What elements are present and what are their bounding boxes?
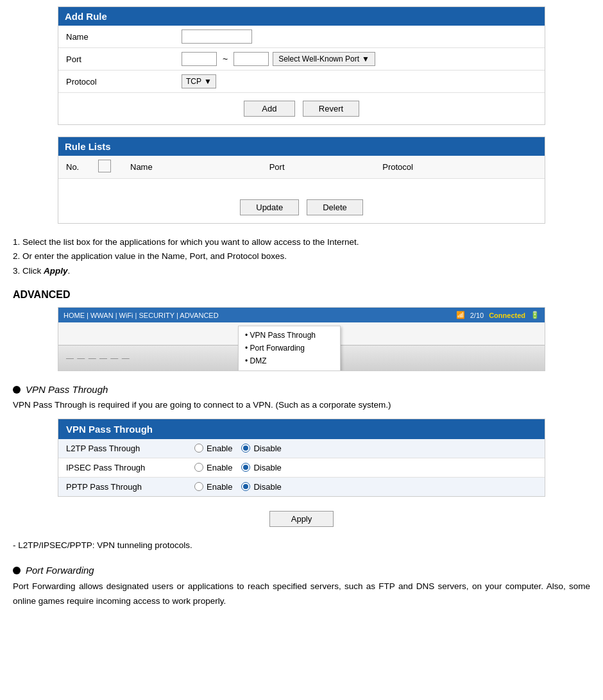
add-rule-section: Add Rule Name Port ~ Select Well-Known P… xyxy=(58,6,545,125)
dropdown-vpn[interactable]: • VPN Pass Through xyxy=(239,329,340,342)
protocol-arrow-icon: ▼ xyxy=(204,77,212,86)
nav-bar-right: 📶 2/10 Connected 🔋 xyxy=(456,311,539,319)
port-from-input[interactable] xyxy=(182,52,217,66)
pf-bullet-label: Port Forwarding xyxy=(26,565,94,576)
vpn-table: VPN Pass Through L2TP Pass Through Enabl… xyxy=(58,419,545,497)
col-protocol: Protocol xyxy=(375,156,545,179)
step3-prefix: 3. Click xyxy=(13,266,44,276)
nav-bar: HOME | WWAN | WiFi | SECURITY | ADVANCED… xyxy=(58,308,545,322)
pptp-enable-radio[interactable]: Enable xyxy=(194,482,232,492)
port-control: ~ Select Well-Known Port ▼ xyxy=(182,52,375,66)
vpn-table-header: VPN Pass Through xyxy=(58,419,545,439)
pf-description: Port Forwarding allows designated users … xyxy=(13,579,590,609)
l2tp-disable-radio[interactable]: Disable xyxy=(241,444,281,453)
connected-status: Connected xyxy=(489,312,525,319)
ipsec-enable-label: Enable xyxy=(207,463,232,472)
port-forwarding-section: Port Forwarding Port Forwarding allows d… xyxy=(13,565,590,609)
pptp-controls: Enable Disable xyxy=(194,482,282,492)
pptp-row: PPTP Pass Through Enable Disable xyxy=(58,478,545,496)
l2tp-enable-circle[interactable] xyxy=(194,444,203,453)
ipsec-row: IPSEC Pass Through Enable Disable xyxy=(58,458,545,478)
vpn-footer-note: - L2TP/IPSEC/PPTP: VPN tunneling protoco… xyxy=(13,538,590,553)
revert-button[interactable]: Revert xyxy=(303,101,359,117)
protocol-value: TCP xyxy=(186,77,201,86)
protocol-control: TCP ▼ xyxy=(182,74,216,88)
port-label: Port xyxy=(66,54,182,64)
port-to-input[interactable] xyxy=(234,52,269,66)
ipsec-enable-radio[interactable]: Enable xyxy=(194,463,232,472)
signal-bars-icon: 📶 xyxy=(456,311,465,319)
bullet-dot-icon xyxy=(13,386,21,394)
advanced-nav-mockup: HOME | WWAN | WiFi | SECURITY | ADVANCED… xyxy=(58,307,545,371)
header-checkbox[interactable] xyxy=(98,160,111,172)
rule-list-buttons: Update Delete xyxy=(58,192,545,223)
tilde-separator: ~ xyxy=(223,54,228,64)
port-row: Port ~ Select Well-Known Port ▼ xyxy=(58,48,545,71)
add-button[interactable]: Add xyxy=(244,101,295,117)
col-name: Name xyxy=(123,156,262,179)
vpn-bullet-title: VPN Pass Through xyxy=(13,384,590,395)
select-port-label: Select Well-Known Port xyxy=(278,54,359,63)
protocol-label: Protocol xyxy=(66,77,182,87)
col-checkbox xyxy=(90,156,123,179)
l2tp-enable-label: Enable xyxy=(207,444,232,453)
delete-button[interactable]: Delete xyxy=(307,199,363,215)
select-well-known-port-button[interactable]: Select Well-Known Port ▼ xyxy=(273,52,375,66)
l2tp-row: L2TP Pass Through Enable Disable xyxy=(58,439,545,458)
nav-items: HOME | WWAN | WiFi | SECURITY | ADVANCED xyxy=(64,312,219,319)
add-rule-header: Add Rule xyxy=(58,7,545,26)
ipsec-label: IPSEC Pass Through xyxy=(66,463,194,472)
vpn-description: VPN Pass Through is required if you are … xyxy=(13,399,590,412)
l2tp-label: L2TP Pass Through xyxy=(66,444,194,453)
l2tp-controls: Enable Disable xyxy=(194,444,282,453)
dropdown-factory-default[interactable]: • Factory Default xyxy=(239,367,340,371)
l2tp-disable-circle[interactable] xyxy=(241,444,250,453)
instruction-step2: 2. Or enter the application value in the… xyxy=(13,249,590,264)
vpn-apply-area: Apply xyxy=(13,503,590,535)
update-button[interactable]: Update xyxy=(240,199,299,215)
table-header-row: No. Name Port Protocol xyxy=(58,156,545,179)
dropdown-dmz[interactable]: • DMZ xyxy=(239,354,340,367)
l2tp-enable-radio[interactable]: Enable xyxy=(194,444,232,453)
col-port: Port xyxy=(262,156,375,179)
l2tp-disable-label: Disable xyxy=(253,444,281,453)
pptp-disable-label: Disable xyxy=(253,482,281,492)
ipsec-controls: Enable Disable xyxy=(194,463,282,472)
col-no: No. xyxy=(58,156,90,179)
protocol-row: Protocol TCP ▼ xyxy=(58,71,545,93)
pptp-enable-label: Enable xyxy=(207,482,232,492)
advanced-dropdown-menu: • VPN Pass Through • Port Forwarding • D… xyxy=(238,326,341,371)
step3-apply-link[interactable]: Apply xyxy=(44,266,68,276)
ipsec-disable-circle[interactable] xyxy=(241,463,250,472)
ipsec-disable-label: Disable xyxy=(253,463,281,472)
pptp-label: PPTP Pass Through xyxy=(66,482,194,492)
nav-blur-text: — — — — — — xyxy=(66,354,130,363)
name-row: Name xyxy=(58,26,545,48)
name-control xyxy=(182,29,252,44)
ipsec-disable-radio[interactable]: Disable xyxy=(241,463,281,472)
pptp-disable-radio[interactable]: Disable xyxy=(241,482,281,492)
pptp-disable-circle[interactable] xyxy=(241,482,250,491)
add-rule-buttons: Add Revert xyxy=(58,93,545,124)
dropdown-arrow-icon: ▼ xyxy=(362,54,369,63)
apply-button[interactable]: Apply xyxy=(269,511,334,527)
instructions-section: 1. Select the list box for the applicati… xyxy=(13,235,590,279)
rule-lists-section: Rule Lists No. Name Port Protocol Update… xyxy=(58,137,545,224)
ipsec-enable-circle[interactable] xyxy=(194,463,203,472)
pptp-enable-circle[interactable] xyxy=(194,482,203,491)
instruction-step3: 3. Click Apply. xyxy=(13,264,590,279)
step3-suffix: . xyxy=(68,266,71,276)
instruction-step1: 1. Select the list box for the applicati… xyxy=(13,235,590,250)
rule-lists-table: No. Name Port Protocol xyxy=(58,156,545,192)
table-empty-row xyxy=(58,179,545,192)
name-label: Name xyxy=(66,32,182,42)
dropdown-port-forwarding[interactable]: • Port Forwarding xyxy=(239,342,340,354)
pf-bullet-title: Port Forwarding xyxy=(13,565,590,576)
name-input[interactable] xyxy=(182,29,252,44)
battery-icon: 🔋 xyxy=(531,311,539,319)
signal-value: 2/10 xyxy=(470,312,484,319)
pf-bullet-dot-icon xyxy=(13,567,21,574)
vpn-pass-through-section: VPN Pass Through VPN Pass Through is req… xyxy=(13,384,590,552)
advanced-heading: ADVANCED xyxy=(13,289,590,301)
protocol-select[interactable]: TCP ▼ xyxy=(182,74,216,88)
